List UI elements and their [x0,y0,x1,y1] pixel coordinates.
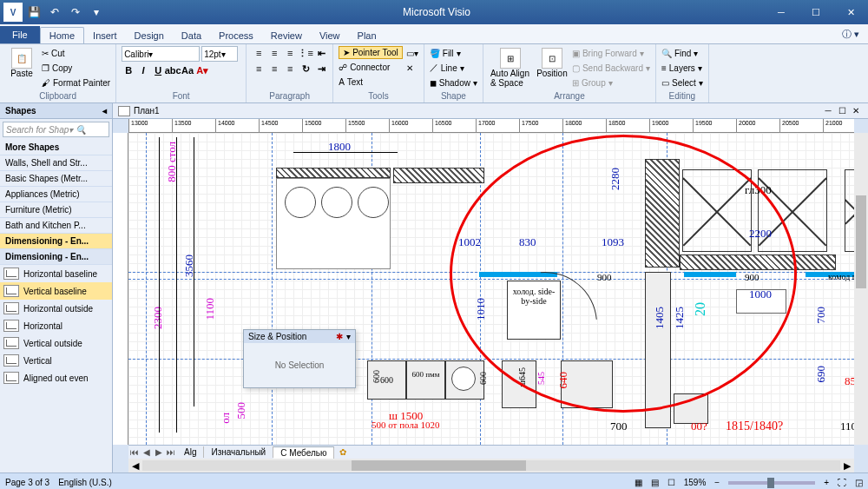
tab-file[interactable]: File [0,26,40,43]
new-page-button[interactable]: ✿ [334,447,352,457]
align-bot-button[interactable]: ≡ [283,46,297,60]
delete-icon[interactable]: ✕ [406,61,418,75]
guide[interactable] [146,133,147,445]
dim-700b[interactable]: 700 [610,420,628,433]
strike-button[interactable]: abc [166,63,180,77]
align-center-button[interactable]: ≡ [267,62,281,76]
pillar[interactable] [645,272,671,428]
dim-1405[interactable]: 1405 [653,307,667,329]
undo-icon[interactable]: ↶ [45,3,64,22]
paste-button[interactable]: 📋 Paste [5,46,38,80]
zoom-level[interactable]: 159% [684,478,707,487]
shape-vertical[interactable]: Vertical [0,352,112,369]
page-next-button[interactable]: ▶ [153,447,165,457]
pointer-tool-button[interactable]: ➤ Pointer Tool [339,46,403,59]
dim-600b[interactable]: 600 [372,370,381,383]
tab-plan[interactable]: Plan [349,28,385,43]
fullscreen-button[interactable]: ◲ [855,478,863,487]
dim-2200[interactable]: 2200 [749,227,772,241]
dim-00[interactable]: 00? [691,420,707,433]
horizontal-ruler[interactable]: 1300013500140001450015000155001600016500… [128,119,854,133]
shape-h-outside[interactable]: Horizontal outside [0,300,112,317]
close-button[interactable]: ✕ [833,0,868,24]
shadow-button[interactable]: ◼ Shadow ▾ [430,76,477,89]
dim-1000[interactable]: 1000 [749,287,772,301]
shape-v-outside[interactable]: Vertical outside [0,334,112,352]
wall[interactable] [645,159,680,268]
guide[interactable] [272,133,273,445]
dim-830[interactable]: 830 [519,235,536,249]
shape-h-baseline[interactable]: Horizontal baseline [0,265,112,282]
page-last-button[interactable]: ⏭ [165,447,177,457]
tab-home[interactable]: Home [40,27,84,43]
rotate-button[interactable]: ↻ [299,62,312,76]
tab-process[interactable]: Process [210,28,262,43]
page-tab-original[interactable]: Изначальный [204,446,273,458]
shape-v-baseline[interactable]: Vertical baseline [0,282,112,300]
bring-forward-button[interactable]: ▣ Bring Forward ▾ [572,46,650,60]
stencil-furniture[interactable]: Furniture (Metric) [0,202,112,218]
h-scroll-thumb[interactable] [352,460,526,471]
view-icon-3[interactable]: ☐ [667,478,675,487]
dim-1002[interactable]: 1002 [458,235,481,249]
zoom-in-button[interactable]: + [824,478,829,487]
shapes-search-input[interactable]: Search for Shap ▾ 🔍 [3,122,109,137]
doc-min-button[interactable]: ─ [821,106,835,116]
zoom-out-button[interactable]: − [714,478,720,487]
zoom-slider[interactable] [728,481,815,485]
maximize-button[interactable]: ☐ [799,0,833,24]
page-tab-alg[interactable]: Alg [177,446,204,458]
page-indicator[interactable]: Page 3 of 3 [5,478,49,487]
dim-sh645[interactable]: ш645 [517,367,527,387]
format-painter-button[interactable]: 🖌 Format Painter [42,76,110,89]
stool[interactable] [285,187,316,218]
line-button[interactable]: ／ Line ▾ [430,61,477,75]
dim-ol[interactable]: ол [219,413,233,424]
align-left-button[interactable]: ≡ [252,62,266,76]
rect-shape-button[interactable]: ▭▾ [406,46,418,60]
save-icon[interactable]: 💾 [24,3,43,22]
x-box[interactable] [845,169,854,252]
dim-gl300[interactable]: гл300 [745,183,772,197]
doc-close-button[interactable]: ✕ [849,106,863,116]
tab-design[interactable]: Design [126,28,173,43]
scroll-left-button[interactable]: ◀ [128,460,142,472]
bold-button[interactable]: B [122,63,135,77]
page-first-button[interactable]: ⏮ [128,447,141,457]
shape-horizontal[interactable]: Horizontal [0,317,112,334]
wall[interactable] [393,168,484,183]
tab-data[interactable]: Data [173,28,210,43]
stencil-bath[interactable]: Bath and Kitchen P... [0,218,112,234]
fill-button[interactable]: 🪣 Fill ▾ [430,46,477,60]
stencil-appliances[interactable]: Appliances (Metric) [0,187,112,202]
v-scroll-thumb[interactable] [856,195,866,289]
align-mid-button[interactable]: ≡ [267,46,281,60]
horizontal-scrollbar[interactable]: ◀ ▶ [128,459,854,472]
stool[interactable] [358,187,389,218]
dim-700a[interactable]: 700 [814,307,828,324]
lang-indicator[interactable]: English (U.S.) [58,478,112,487]
view-icon-1[interactable]: ▦ [635,478,642,487]
redo-icon[interactable]: ↷ [66,3,85,22]
indent-inc-button[interactable]: ⇥ [314,62,328,76]
window-bar[interactable] [684,272,736,277]
scroll-right-button[interactable]: ▶ [840,460,854,472]
tab-insert[interactable]: Insert [84,28,126,43]
dim-545[interactable]: 545 [536,372,546,385]
shape-aligned[interactable]: Aligned out even [0,369,112,387]
stencil-basic[interactable]: Basic Shapes (Metr... [0,171,112,187]
copy-button[interactable]: ❐ Copy [42,61,110,75]
counter-pmm[interactable]: 600 пмм [406,360,445,400]
font-size-combo[interactable]: 12pt ▾ [201,46,238,62]
font-color-button[interactable]: A▾ [195,63,209,77]
dim-2300[interactable]: 2300 [151,307,165,329]
dim-690[interactable]: 690 [814,366,828,383]
guide[interactable] [128,359,854,360]
auto-align-button[interactable]: ⊞ Auto Align & Space [489,46,532,89]
align-top-button[interactable]: ≡ [252,46,266,60]
indent-dec-button[interactable]: ⇤ [314,46,328,60]
find-button[interactable]: 🔍 Find ▾ [661,46,703,60]
text-tool-button[interactable]: A Text [339,75,403,89]
wall[interactable] [680,254,836,270]
dim-2280[interactable]: 2280 [608,168,622,190]
